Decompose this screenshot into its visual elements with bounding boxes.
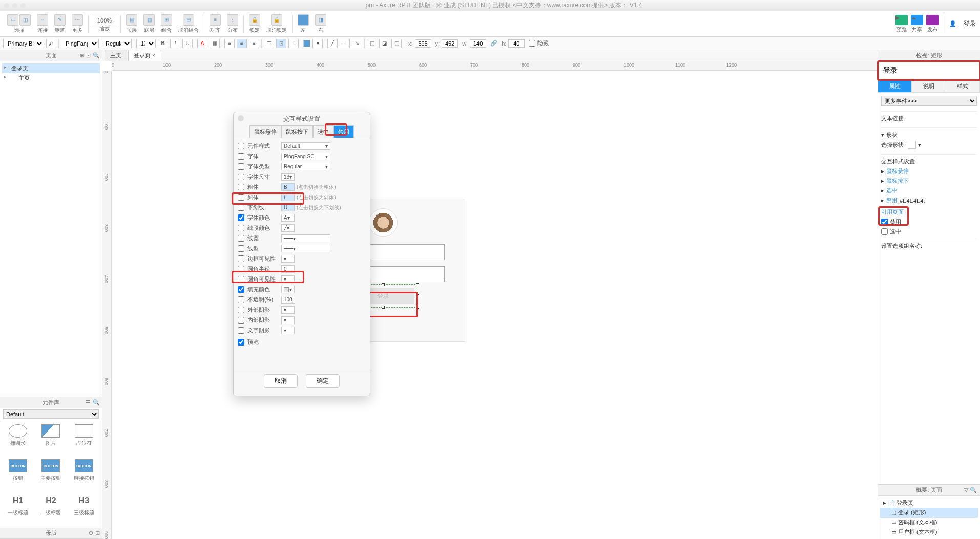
widget-图片[interactable]: 图片 bbox=[35, 422, 67, 456]
cancel-button[interactable]: 取消 bbox=[264, 374, 298, 388]
cb-linewidth[interactable] bbox=[238, 235, 244, 242]
bg-icon[interactable]: ▦ bbox=[210, 39, 220, 48]
cb-preview[interactable] bbox=[238, 339, 244, 346]
cb-style[interactable] bbox=[238, 143, 244, 149]
cb-opacity[interactable] bbox=[238, 296, 244, 303]
border-icon[interactable]: ╱ bbox=[327, 39, 338, 48]
x-input[interactable] bbox=[415, 39, 431, 48]
lib-menu-icon[interactable]: ☰ bbox=[86, 399, 91, 406]
tool-pen[interactable]: ✎钢笔 bbox=[54, 14, 66, 34]
master-folder-icon[interactable]: ⊡ bbox=[95, 530, 100, 536]
tool-align[interactable]: ≡对齐 bbox=[210, 14, 221, 34]
fill-swatch[interactable] bbox=[303, 40, 310, 47]
outline-item[interactable]: ▸ 📄 登录页 bbox=[880, 498, 978, 508]
valign-mid-icon[interactable]: ⊡ bbox=[276, 39, 286, 48]
avatar-image[interactable] bbox=[369, 208, 398, 237]
italic-button[interactable]: I bbox=[170, 39, 180, 48]
tool-lock[interactable]: 🔒锁定 bbox=[249, 14, 260, 34]
textshadow-picker[interactable]: ▾ bbox=[281, 327, 295, 334]
tab-home[interactable]: 主页 bbox=[105, 50, 127, 61]
dlg-tab-hover[interactable]: 鼠标悬停 bbox=[249, 125, 281, 138]
opacity-input[interactable]: 100 bbox=[281, 296, 295, 304]
cb-underline[interactable] bbox=[238, 204, 244, 211]
cb-fonttype[interactable] bbox=[238, 163, 244, 170]
preview-button[interactable]: ▶预览 bbox=[895, 15, 908, 33]
fonttype-dropdown[interactable]: Regular▾ bbox=[281, 163, 330, 170]
add-page-icon[interactable]: ⊕ bbox=[79, 52, 84, 59]
widget-占位符[interactable]: 占位符 bbox=[68, 422, 100, 456]
outline-item[interactable]: ▭ 用户框 (文本框) bbox=[880, 527, 978, 537]
w-input[interactable] bbox=[470, 39, 486, 48]
cb-selected[interactable] bbox=[881, 228, 888, 235]
fill-more-icon[interactable]: ▾ bbox=[312, 39, 323, 48]
h-input[interactable] bbox=[508, 39, 525, 48]
page-item[interactable]: 登录页 bbox=[2, 63, 100, 73]
align-left-icon[interactable]: ≡ bbox=[224, 39, 235, 48]
tab-style[interactable]: 样式 bbox=[946, 80, 980, 92]
font-dropdown[interactable]: PingFang SC▾ bbox=[281, 153, 330, 160]
tool-top[interactable]: ▤顶层 bbox=[126, 14, 137, 34]
outline-item[interactable]: ▭ 密码框 (文本框) bbox=[880, 518, 978, 527]
outer-shadow-icon[interactable]: ◫ bbox=[367, 39, 377, 48]
align-right-icon[interactable]: ≡ bbox=[249, 39, 259, 48]
tab-notes[interactable]: 说明 bbox=[912, 80, 946, 92]
font-select[interactable]: PingFang SC bbox=[61, 39, 99, 48]
canvas[interactable]: 用户名 密码 登录 bbox=[112, 71, 878, 539]
page-item[interactable]: 主页 bbox=[2, 73, 100, 83]
fontcolor-picker[interactable]: A▾ bbox=[281, 214, 295, 222]
cb-bold[interactable] bbox=[238, 184, 244, 190]
font-color-button[interactable]: A bbox=[197, 39, 207, 48]
library-select[interactable]: Default bbox=[3, 409, 99, 419]
cb-disabled[interactable] bbox=[881, 219, 888, 225]
bold-toggle[interactable]: B bbox=[281, 183, 295, 191]
filter-icon[interactable]: ▽ 🔍 bbox=[964, 487, 977, 493]
fontsize-dropdown[interactable]: 13▾ bbox=[281, 173, 295, 181]
tool-distribute[interactable]: ⋮分布 bbox=[227, 14, 238, 34]
style-dropdown[interactable]: Default▾ bbox=[281, 142, 330, 150]
search-icon[interactable]: 🔍 bbox=[93, 52, 100, 59]
more-events-select[interactable]: 更多事件>>> bbox=[881, 96, 977, 106]
tab-login[interactable]: 登录页 × bbox=[128, 50, 161, 61]
zoom-control[interactable]: 100%缩放 bbox=[94, 16, 115, 32]
widget-二级标题[interactable]: H2二级标题 bbox=[35, 492, 67, 526]
cb-innershadow[interactable] bbox=[238, 317, 244, 324]
dlg-tab-selected[interactable]: 选中 bbox=[313, 125, 333, 138]
weight-select[interactable]: Regular bbox=[101, 39, 132, 48]
linecolor-picker[interactable]: ╱▾ bbox=[281, 224, 295, 232]
widget-按钮[interactable]: BUTTON按钮 bbox=[2, 457, 34, 491]
search-icon[interactable]: 🔍 bbox=[93, 399, 100, 406]
dlg-tab-down[interactable]: 鼠标按下 bbox=[281, 125, 313, 138]
linewidth-dropdown[interactable]: ━━━▾ bbox=[281, 234, 330, 242]
size-select[interactable]: 13 bbox=[136, 39, 156, 48]
line-width-icon[interactable]: — bbox=[340, 39, 350, 48]
style-select[interactable]: Primary Button bbox=[3, 39, 44, 48]
underline-toggle[interactable]: U bbox=[281, 204, 295, 211]
bordervis-picker[interactable]: ▾ bbox=[281, 255, 295, 263]
bold-button[interactable]: B bbox=[158, 39, 168, 48]
widget-主要按钮[interactable]: BUTTON主要按钮 bbox=[35, 457, 67, 491]
tool-right[interactable]: ◨右 bbox=[315, 14, 326, 34]
cb-linestyle[interactable] bbox=[238, 245, 244, 252]
tool-connect[interactable]: ↔连接 bbox=[37, 14, 48, 34]
linestyle-dropdown[interactable]: ━━━▾ bbox=[281, 245, 330, 252]
close-icon[interactable] bbox=[238, 115, 244, 121]
tool-more[interactable]: ⋯更多 bbox=[72, 14, 83, 34]
widget-三级标题[interactable]: H3三级标题 bbox=[68, 492, 100, 526]
cornervis-picker[interactable]: ▾ bbox=[281, 275, 295, 283]
underline-button[interactable]: U bbox=[182, 39, 193, 48]
login-button[interactable]: 登录 bbox=[964, 19, 976, 28]
is-selected-link[interactable]: 选中 bbox=[886, 187, 898, 195]
corner-input[interactable]: 0 bbox=[281, 265, 295, 273]
add-master-icon[interactable]: ⊕ bbox=[89, 530, 93, 536]
tool-group[interactable]: ⊞组合 bbox=[161, 14, 172, 34]
is-hover-link[interactable]: 鼠标悬停 bbox=[886, 167, 909, 175]
cb-italic[interactable] bbox=[238, 194, 244, 201]
tool-unlock[interactable]: 🔓取消锁定 bbox=[266, 14, 287, 34]
ok-button[interactable]: 确定 bbox=[306, 374, 340, 388]
widget-链接按钮[interactable]: BUTTON链接按钮 bbox=[68, 457, 100, 491]
tool-ungroup[interactable]: ⊟取消组合 bbox=[178, 14, 199, 34]
cb-fontsize[interactable] bbox=[238, 174, 244, 180]
align-center-icon[interactable]: ≡ bbox=[237, 39, 247, 48]
tool-left[interactable]: ◧左 bbox=[298, 14, 309, 34]
line-style-icon[interactable]: ∿ bbox=[352, 39, 362, 48]
